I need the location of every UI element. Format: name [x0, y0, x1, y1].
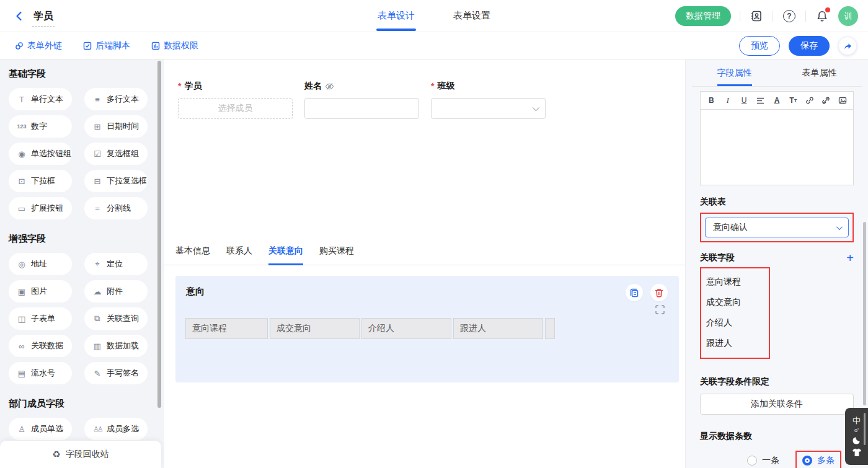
- underline-icon[interactable]: U: [736, 92, 752, 109]
- field-item-linked-data[interactable]: ∞关联数据: [9, 335, 72, 357]
- field-item-radio-group[interactable]: ◉单选按钮组: [9, 143, 72, 165]
- related-field-item[interactable]: 跟进人: [706, 333, 769, 353]
- highlight-box-related-fields: 意向课程 成交意向 介绍人 跟进人: [700, 267, 770, 359]
- editor-toolbar: B I U A TT: [700, 91, 854, 110]
- tab-related-intent[interactable]: 关联意向: [268, 245, 303, 265]
- widget-scrollbar: [864, 413, 866, 445]
- help-icon[interactable]: ?: [782, 9, 797, 24]
- field-item-location[interactable]: ⌖定位: [84, 253, 148, 275]
- tab-contacts[interactable]: 联系人: [226, 245, 252, 265]
- field-item-single-text[interactable]: T单行文本: [9, 88, 72, 110]
- font-color-icon[interactable]: A: [769, 92, 785, 109]
- class-select[interactable]: [431, 98, 546, 119]
- field-item-subform[interactable]: ◫子表单: [9, 307, 72, 330]
- bold-icon[interactable]: B: [703, 92, 719, 109]
- expand-corners-icon[interactable]: [655, 305, 665, 314]
- add-condition-button[interactable]: 添加关联条件: [700, 394, 854, 415]
- field-item-divider[interactable]: =分割线: [84, 197, 148, 219]
- dark-mode-moon-icon[interactable]: [852, 436, 861, 445]
- field-item-extend-button[interactable]: ▭扩展按钮: [9, 197, 72, 219]
- field-item-serial-number[interactable]: ▤流水号: [9, 362, 72, 384]
- linked-data-icon: ∞: [17, 342, 27, 351]
- column-header[interactable]: 成交意向: [270, 318, 360, 339]
- field-item-checkbox-group[interactable]: ☑复选框组: [84, 143, 148, 165]
- field-item-member-multi[interactable]: ♙♙成员多选: [84, 418, 148, 440]
- field-item-member-single[interactable]: ♙成员单选: [9, 418, 72, 440]
- field-name[interactable]: 姓名: [304, 81, 419, 119]
- avatar[interactable]: 训: [838, 6, 858, 26]
- column-header[interactable]: 介绍人: [361, 318, 451, 339]
- inspector-scrollbar[interactable]: [863, 222, 866, 405]
- copy-button[interactable]: [626, 284, 643, 301]
- field-class[interactable]: *班级: [431, 81, 546, 119]
- field-item-linked-query[interactable]: ⧉关联查询: [84, 307, 148, 330]
- language-icon[interactable]: 中: [852, 417, 861, 425]
- field-item-address[interactable]: ◎地址: [9, 253, 72, 275]
- page-title[interactable]: 学员: [32, 11, 55, 27]
- field-item-signature[interactable]: ✎手写签名: [84, 362, 148, 384]
- serial-number-icon: ▤: [17, 369, 27, 378]
- field-recycle-bin[interactable]: ♻ 字段回收站: [0, 441, 161, 468]
- column-header[interactable]: 意向课程: [185, 318, 268, 339]
- remove-link-icon[interactable]: [818, 92, 834, 109]
- font-size-icon[interactable]: TT: [785, 92, 801, 109]
- translate-theme-widget[interactable]: 中 o’: [845, 408, 868, 465]
- option-single[interactable]: 一条: [747, 455, 779, 466]
- field-item-multi-text[interactable]: ≡多行文本: [84, 88, 148, 110]
- theme-shirt-icon[interactable]: [852, 448, 862, 457]
- tab-field-properties[interactable]: 字段属性: [692, 60, 777, 86]
- name-input[interactable]: [304, 98, 419, 119]
- share-arrow-icon: [843, 41, 852, 51]
- data-manage-button[interactable]: 数据管理: [675, 6, 731, 26]
- tab-basic-info[interactable]: 基本信息: [175, 245, 210, 265]
- insert-link-icon[interactable]: [802, 92, 818, 109]
- field-item-image[interactable]: ▣图片: [9, 280, 72, 302]
- form-fields-row: *学员 选择成员 姓名 *班级: [178, 81, 546, 119]
- related-field-item[interactable]: 成交意向: [706, 292, 769, 312]
- option-multi[interactable]: 多条: [802, 455, 835, 466]
- share-button[interactable]: [838, 37, 857, 55]
- field-item-number[interactable]: 123数字: [9, 115, 72, 138]
- tab-form-properties[interactable]: 表单属性: [777, 60, 862, 86]
- radio-unselected-icon[interactable]: [747, 456, 757, 466]
- column-header[interactable]: 跟进人: [453, 318, 543, 339]
- person-icon: ♙: [17, 425, 27, 434]
- signature-pen-icon: ✎: [92, 369, 102, 378]
- italic-icon[interactable]: I: [719, 92, 735, 109]
- tab-form-settings[interactable]: 表单设置: [453, 0, 490, 32]
- related-table-select[interactable]: 意向确认: [705, 218, 849, 237]
- data-permission-link[interactable]: 数据权限: [151, 40, 198, 51]
- align-icon[interactable]: [752, 92, 768, 109]
- form-canvas: *学员 选择成员 姓名 *班级: [164, 60, 685, 468]
- contacts-book-icon[interactable]: [749, 9, 764, 24]
- save-button[interactable]: 保存: [789, 36, 830, 56]
- intent-panel[interactable]: 意向 意向课程 成交意向 介绍人 跟进人: [175, 276, 679, 382]
- main-area: 基础字段 T单行文本 ≡多行文本 123数字 ⊞日期时间 ◉单选按钮组 ☑复选框…: [0, 60, 868, 468]
- field-item-select[interactable]: ⊡下拉框: [9, 170, 72, 192]
- add-field-icon[interactable]: +: [846, 253, 854, 263]
- tab-form-design[interactable]: 表单设计: [378, 0, 415, 32]
- preview-button[interactable]: 预览: [739, 36, 780, 56]
- field-item-attachment[interactable]: ☁附件: [84, 280, 148, 302]
- sub-toolbar-actions: 预览 保存: [739, 36, 868, 56]
- section-title-members: 部门成员字段: [9, 398, 164, 410]
- radio-selected-icon[interactable]: [802, 456, 812, 466]
- notification-bell-icon[interactable]: [815, 9, 830, 24]
- insert-image-icon[interactable]: [835, 92, 851, 109]
- related-field-item[interactable]: 意向课程: [706, 272, 769, 292]
- related-field-item[interactable]: 介绍人: [706, 312, 769, 333]
- form-external-link[interactable]: 表单外链: [15, 40, 62, 51]
- field-item-datetime[interactable]: ⊞日期时间: [84, 115, 148, 138]
- tab-purchased-courses[interactable]: 购买课程: [319, 245, 354, 265]
- subform-icon: ◫: [17, 314, 27, 324]
- field-student[interactable]: *学员 选择成员: [178, 81, 293, 119]
- field-item-data-load[interactable]: ▥数据加载: [84, 335, 148, 357]
- backend-script-link[interactable]: 后端脚本: [83, 40, 130, 51]
- field-item-multi-select[interactable]: ⊟下拉复选框: [84, 170, 148, 192]
- related-table-label: 关联表: [700, 196, 854, 208]
- sidebar-scrollbar[interactable]: [157, 61, 161, 408]
- back-icon[interactable]: [14, 11, 25, 22]
- member-picker[interactable]: 选择成员: [178, 98, 293, 119]
- editor-textarea[interactable]: [700, 110, 854, 185]
- delete-button[interactable]: [650, 284, 668, 301]
